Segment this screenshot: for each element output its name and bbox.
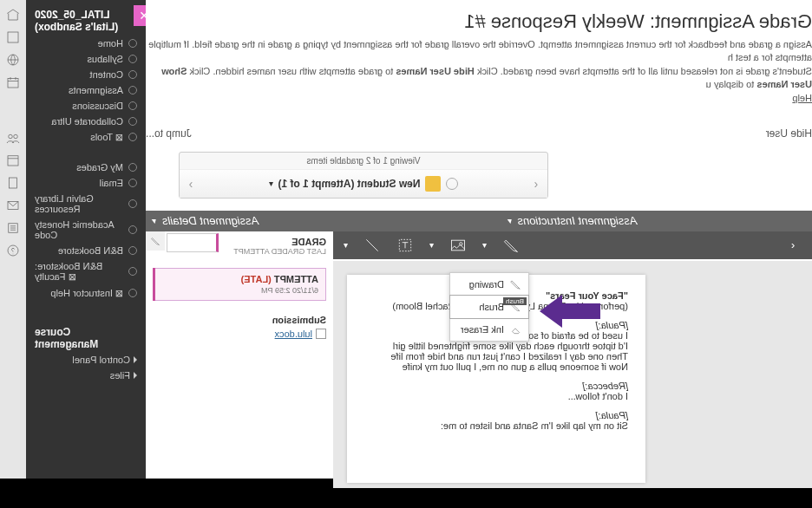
page-icon[interactable] xyxy=(5,175,21,191)
files-item[interactable]: Files xyxy=(26,368,146,383)
sidebar-item[interactable]: B&N Bookstore xyxy=(26,243,146,258)
mail-icon[interactable] xyxy=(5,198,21,213)
svg-point-7 xyxy=(9,134,13,139)
submission-file-link[interactable]: lulu.docx xyxy=(275,329,312,339)
image-tool[interactable] xyxy=(449,237,467,254)
svg-rect-5 xyxy=(8,79,18,88)
institution-icon[interactable] xyxy=(5,7,21,23)
control-panel-item[interactable]: Control Panel xyxy=(26,352,146,368)
sidebar-item[interactable]: Email xyxy=(26,175,146,191)
edit-grade-icon[interactable] xyxy=(146,231,165,251)
dropdown-drawing[interactable]: Drawing xyxy=(450,273,528,296)
avatar-icon xyxy=(426,176,442,192)
grade-input[interactable] xyxy=(167,233,219,252)
annotation-toolbar: ‹ ▾ ▾ ▾ xyxy=(333,231,812,259)
page-title: Grade Assignment: Weekly Response #1 xyxy=(146,10,812,38)
student-nav: Viewing 1 of 2 gradable items ‹ New Stud… xyxy=(179,152,548,199)
svg-point-6 xyxy=(14,134,18,139)
sidebar-item[interactable]: Tools ⊠ xyxy=(26,129,146,146)
status-circle-icon xyxy=(447,178,459,190)
sidebar-item[interactable]: Instructor Help ⊠ xyxy=(26,285,146,302)
sidebar-item[interactable]: Collaborate Ultra xyxy=(26,114,146,129)
help-link[interactable]: Help xyxy=(792,93,812,103)
section-details[interactable]: Assignment Details▾ xyxy=(146,211,333,231)
pen-tool-dropdown: Drawing Brush Brush Ink Eraser xyxy=(449,272,529,342)
hide-user-link[interactable]: Hide User xyxy=(766,127,812,140)
sidebar-item[interactable]: Assignments xyxy=(26,82,146,98)
course-mgmt-header: Course Management xyxy=(26,319,146,352)
dropdown-brush[interactable]: Brush Brush xyxy=(449,295,529,319)
sidebar-item[interactable]: B&N Bookstore: Faculty ⊠ xyxy=(26,258,146,285)
svg-rect-9 xyxy=(10,178,17,188)
page-instructions: Assign a grade and feedback for the curr… xyxy=(146,38,812,105)
schedule-icon[interactable] xyxy=(5,153,21,168)
svg-point-12 xyxy=(8,245,18,256)
dropdown-eraser[interactable]: Ink Eraser xyxy=(450,318,528,341)
sidebar-item[interactable]: Discussions xyxy=(26,98,146,114)
global-nav-strip xyxy=(0,0,26,479)
sidebar-item[interactable]: Galvin Library Resources xyxy=(26,191,146,217)
text-tool[interactable] xyxy=(396,237,414,254)
callout-arrow xyxy=(540,295,600,328)
groups-icon[interactable] xyxy=(5,130,21,146)
close-sidebar-button[interactable]: ✕ xyxy=(134,5,146,26)
help-icon[interactable] xyxy=(5,243,21,258)
submission-label: Submission xyxy=(153,315,326,325)
calendar-icon[interactable] xyxy=(5,75,21,90)
globe-icon[interactable] xyxy=(5,52,21,68)
nav-prev-button[interactable]: ‹ xyxy=(525,177,547,191)
attempt-box[interactable]: ATTEMPT (LATE) 6/11/20 2:59 PM xyxy=(153,268,326,301)
svg-rect-8 xyxy=(8,156,18,166)
nav-next-button[interactable]: › xyxy=(180,177,202,191)
student-selector[interactable]: New Student (Attempt 1 of 1) ▾ xyxy=(202,176,525,192)
course-sidebar: ✕ 2020_05_LITAL (Lital's Sandbox) HomeSy… xyxy=(26,0,146,479)
section-instructions[interactable]: Assignment Instructions▾ xyxy=(333,211,812,231)
courses-icon[interactable] xyxy=(5,29,21,45)
sidebar-item[interactable]: Syllabus xyxy=(26,51,146,67)
nav-count-label: Viewing 1 of 2 gradable items xyxy=(180,153,547,170)
jump-to-link[interactable]: Jump to... xyxy=(146,127,192,140)
pen-tool[interactable] xyxy=(502,237,520,254)
sidebar-item[interactable]: My Grades xyxy=(26,160,146,175)
sidebar-item[interactable]: Academic Honesty Code xyxy=(26,217,146,243)
course-title[interactable]: 2020_05_LITAL (Lital's Sandbox) xyxy=(26,5,146,36)
file-icon xyxy=(316,329,326,339)
sidebar-item[interactable]: Home xyxy=(26,36,146,51)
svg-rect-0 xyxy=(452,240,465,251)
line-tool[interactable] xyxy=(363,237,381,254)
toolbar-back-button[interactable]: ‹ xyxy=(784,237,802,254)
sidebar-item[interactable]: Content xyxy=(26,67,146,82)
svg-rect-3 xyxy=(8,32,18,42)
list-icon[interactable] xyxy=(5,220,21,236)
